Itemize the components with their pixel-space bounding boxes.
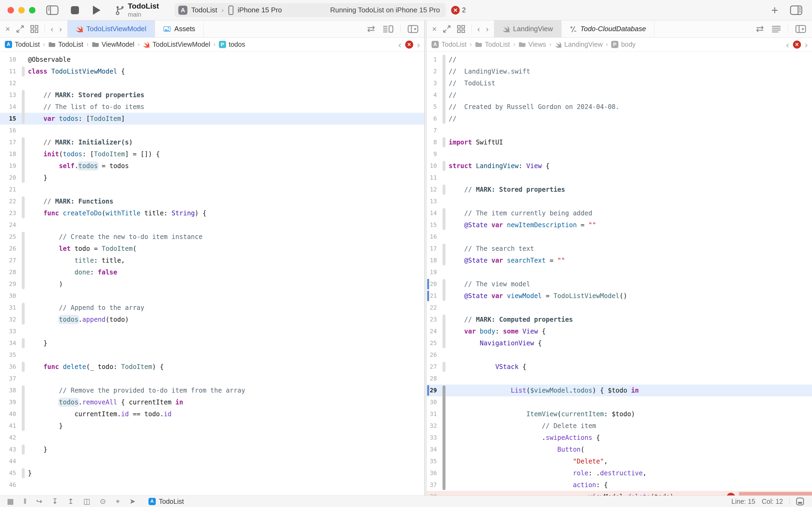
fold-ribbon[interactable] <box>19 349 28 361</box>
fold-ribbon[interactable] <box>19 408 28 420</box>
environment-overrides-icon[interactable]: ⌖ <box>116 498 120 505</box>
issue-prev-icon[interactable]: ‹ <box>786 40 789 49</box>
breadcrumb-item[interactable]: TodoListViewModel <box>143 41 210 48</box>
code-line[interactable]: 45} <box>0 467 424 479</box>
fold-ribbon[interactable] <box>440 444 449 455</box>
code-line[interactable]: 23 func createToDo(withTitle title: Stri… <box>0 207 424 219</box>
error-badge-icon[interactable]: ✕ <box>405 41 413 49</box>
code-line[interactable]: 26 <box>427 349 812 361</box>
fold-ribbon[interactable] <box>19 136 28 148</box>
code-line[interactable]: 36 role: .destructive, <box>427 467 812 479</box>
fold-ribbon[interactable] <box>440 479 449 491</box>
run-destination[interactable]: iPhone 15 Pro <box>238 6 282 14</box>
fold-ribbon[interactable] <box>19 290 28 302</box>
issue-indicator[interactable]: ✕ 2 <box>451 6 466 14</box>
code-line[interactable]: 14 // The item currently being added <box>427 207 812 219</box>
code-line[interactable]: 28 done: false <box>0 266 424 278</box>
fold-ribbon[interactable] <box>19 207 28 219</box>
close-editor-icon[interactable]: × <box>432 25 437 33</box>
code-line[interactable]: 13 <box>427 195 812 207</box>
swap-editor-icon[interactable] <box>755 25 764 33</box>
fold-ribbon[interactable] <box>440 101 449 113</box>
code-line[interactable]: 11class TodoListViewModel { <box>0 65 424 77</box>
swap-editor-icon[interactable] <box>366 25 375 33</box>
code-line[interactable]: 27 title: title, <box>0 255 424 266</box>
fold-ribbon[interactable] <box>440 172 449 184</box>
code-line[interactable]: 4// <box>427 89 812 101</box>
fold-ribbon[interactable] <box>19 243 28 255</box>
code-line[interactable]: 10@Observable <box>0 54 424 65</box>
fold-ribbon[interactable] <box>19 89 28 101</box>
code-line[interactable]: 28 <box>427 373 812 385</box>
code-line[interactable]: 24 <box>0 219 424 231</box>
issue-next-icon[interactable]: › <box>417 40 420 49</box>
fold-ribbon[interactable] <box>19 326 28 337</box>
code-line[interactable]: 19 <box>427 266 812 278</box>
editor-layout-grid-icon[interactable] <box>457 25 465 33</box>
code-line[interactable]: 38 viewModel.delete(todo)✕ <box>427 491 812 496</box>
fold-ribbon[interactable] <box>440 432 449 444</box>
expand-editor-icon[interactable] <box>16 25 24 33</box>
fold-ribbon[interactable] <box>440 326 449 337</box>
pause-icon[interactable]: ‖ <box>23 498 26 505</box>
zoom-window-button[interactable] <box>29 7 36 13</box>
fold-ribbon[interactable] <box>440 113 449 125</box>
code-line[interactable]: 21 @State var viewModel = TodoListViewMo… <box>427 290 812 302</box>
code-line[interactable]: 16 <box>0 125 424 136</box>
fold-ribbon[interactable] <box>440 231 449 243</box>
code-line[interactable]: 31 // Append to the array <box>0 302 424 314</box>
fold-ribbon[interactable] <box>440 314 449 326</box>
code-line[interactable]: 15 @State var newItemDescription = "" <box>427 219 812 231</box>
code-line[interactable]: 37 action: { <box>427 479 812 491</box>
fold-ribbon[interactable] <box>19 77 28 89</box>
fold-ribbon[interactable] <box>440 302 449 314</box>
issue-prev-icon[interactable]: ‹ <box>398 40 401 49</box>
fold-ribbon[interactable] <box>440 408 449 420</box>
scheme-project-block[interactable]: TodoList main <box>115 2 159 18</box>
code-line[interactable]: 6// <box>427 113 812 125</box>
fold-ribbon[interactable] <box>440 349 449 361</box>
breadcrumb-item[interactable]: TodoList <box>48 41 83 48</box>
code-line[interactable]: 34 Button( <box>427 444 812 455</box>
minimap-list-icon[interactable] <box>383 25 393 33</box>
fold-ribbon[interactable] <box>440 385 449 396</box>
fold-ribbon[interactable] <box>440 89 449 101</box>
code-line[interactable]: 32 todos.append(todo) <box>0 314 424 326</box>
fold-ribbon[interactable] <box>19 420 28 432</box>
fold-ribbon[interactable] <box>440 455 449 467</box>
code-line[interactable]: 18 @State var searchText = "" <box>427 255 812 266</box>
code-line[interactable]: 34 } <box>0 337 424 349</box>
step-over-icon[interactable]: ↪ <box>36 498 43 505</box>
code-line[interactable]: 22 // MARK: Functions <box>0 195 424 207</box>
code-line[interactable]: 15 var todos: [TodoItem] <box>0 113 424 125</box>
fold-ribbon[interactable] <box>19 113 28 125</box>
scheme-name[interactable]: TodoList <box>191 6 217 14</box>
fold-ribbon[interactable] <box>19 373 28 385</box>
code-line[interactable]: 27 VStack { <box>427 361 812 373</box>
fold-ribbon[interactable] <box>19 432 28 444</box>
code-line[interactable]: 1// <box>427 54 812 65</box>
fold-ribbon[interactable] <box>19 54 28 65</box>
simulate-location-icon[interactable]: ➤ <box>129 498 135 505</box>
code-line[interactable]: 29 ) <box>0 278 424 290</box>
code-line[interactable]: 22 <box>427 302 812 314</box>
code-line[interactable]: 29 List($viewModel.todos) { $todo in <box>427 385 812 396</box>
running-target-chip[interactable]: A TodoList <box>149 498 184 505</box>
stop-button[interactable] <box>71 6 79 14</box>
fold-ribbon[interactable] <box>440 290 449 302</box>
split-editor-icon[interactable] <box>795 25 806 33</box>
breadcrumb-item[interactable]: ViewModel <box>92 41 134 48</box>
left-sidebar-toggle-icon[interactable] <box>46 5 59 15</box>
fold-ribbon[interactable] <box>440 361 449 373</box>
code-line[interactable]: 35 <box>0 349 424 361</box>
close-window-button[interactable] <box>7 7 14 13</box>
fold-ribbon[interactable] <box>19 195 28 207</box>
fold-ribbon[interactable] <box>440 278 449 290</box>
code-line[interactable]: 11 <box>427 172 812 184</box>
fold-ribbon[interactable] <box>440 148 449 160</box>
code-line[interactable]: 24 var body: some View { <box>427 326 812 337</box>
code-line[interactable]: 19 self.todos = todos <box>0 160 424 172</box>
code-line[interactable]: 39 todos.removeAll { currentItem in <box>0 396 424 408</box>
code-line[interactable]: 12 <box>0 77 424 89</box>
code-line[interactable]: 35 "Delete", <box>427 455 812 467</box>
